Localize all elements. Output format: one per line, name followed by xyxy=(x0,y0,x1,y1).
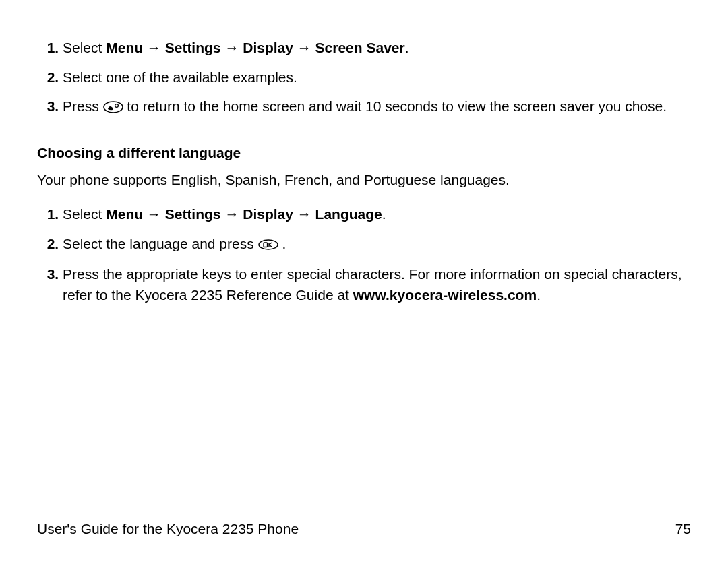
step-3: Press to return to the home screen and w… xyxy=(63,96,691,118)
page-footer: User's Guide for the Kyocera 2235 Phone … xyxy=(37,511,691,540)
step-text: Select xyxy=(63,40,106,55)
step-text-after: . xyxy=(278,236,286,251)
lang-step-3: Press the appropriate keys to enter spec… xyxy=(63,263,691,306)
language-steps: Select Menu → Settings → Display → Langu… xyxy=(37,204,691,306)
svg-point-0 xyxy=(104,102,123,113)
section-intro: Your phone supports English, Spanish, Fr… xyxy=(37,169,691,191)
lang-step-2: Select the language and press . xyxy=(63,233,691,255)
step-text: Select xyxy=(63,206,106,222)
end-call-icon xyxy=(103,96,123,117)
step-1: Select Menu → Settings → Display → Scree… xyxy=(63,37,691,59)
section-heading-language: Choosing a different language xyxy=(37,142,691,164)
svg-point-2 xyxy=(259,240,278,249)
step-text-before: Press xyxy=(63,98,103,114)
lang-step-1: Select Menu → Settings → Display → Langu… xyxy=(63,204,691,225)
svg-point-1 xyxy=(115,104,118,108)
step-bold-path: Menu → Settings → Display → Language xyxy=(106,206,382,222)
step-bold-path: Menu → Settings → Display → Screen Saver xyxy=(106,40,404,55)
step-2: Select one of the available examples. xyxy=(63,67,691,88)
ok-button-icon xyxy=(258,232,278,254)
page-content: Select Menu → Settings → Display → Scree… xyxy=(37,37,691,306)
step-text-after: to return to the home screen and wait 10… xyxy=(123,98,667,114)
screen-saver-steps: Select Menu → Settings → Display → Scree… xyxy=(37,37,691,118)
step-text-before: Select the language and press xyxy=(63,236,258,251)
footer-page-number: 75 xyxy=(675,518,691,540)
footer-title: User's Guide for the Kyocera 2235 Phone xyxy=(37,518,299,540)
reference-url: www.kyocera-wireless.com xyxy=(353,287,537,303)
svg-rect-3 xyxy=(264,243,268,247)
